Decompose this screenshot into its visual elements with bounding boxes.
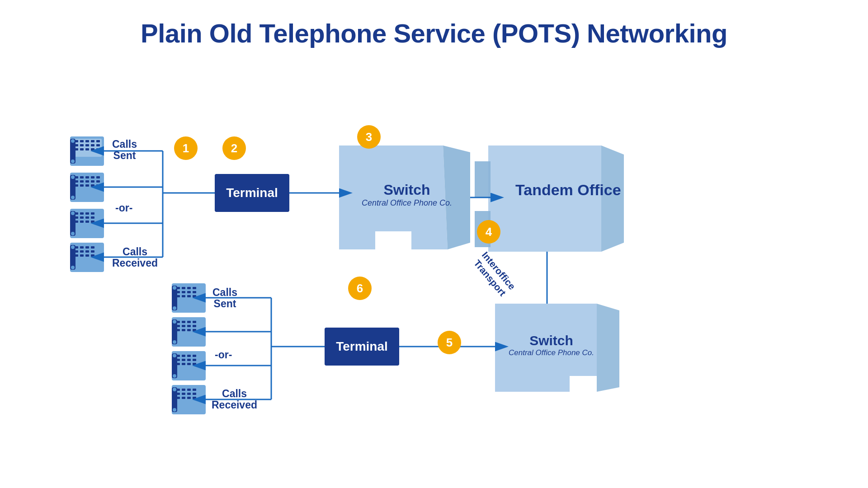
svg-rect-7: [75, 144, 78, 146]
svg-rect-1: [72, 139, 102, 157]
svg-rect-93: [187, 321, 191, 323]
svg-rect-120: [172, 387, 177, 412]
svg-rect-94: [193, 321, 196, 323]
svg-rect-26: [85, 176, 89, 178]
svg-rect-31: [85, 180, 89, 183]
svg-point-73: [173, 286, 176, 290]
svg-rect-32: [91, 180, 94, 183]
svg-rect-53: [85, 221, 89, 223]
interoffice-transport-label: InterofficeTransport: [471, 249, 518, 299]
svg-rect-114: [193, 359, 196, 361]
svg-rect-11: [96, 144, 100, 146]
svg-rect-85: [187, 295, 191, 297]
svg-rect-15: [91, 148, 94, 150]
diagram-area: 1 2 3 4 5 6 Terminal Terminal Switch Cen…: [0, 62, 868, 469]
svg-rect-143: [570, 376, 599, 394]
calls-received-top-label: CallsReceived: [112, 246, 158, 269]
svg-point-23: [71, 196, 75, 199]
svg-rect-9: [85, 144, 89, 146]
svg-rect-124: [182, 389, 185, 391]
svg-rect-65: [85, 250, 89, 253]
badge-3: 3: [357, 125, 381, 149]
terminal-1-label: Terminal: [226, 186, 278, 200]
svg-rect-72: [172, 286, 177, 310]
svg-rect-84: [182, 295, 185, 297]
svg-rect-92: [182, 321, 185, 323]
svg-rect-8: [80, 144, 84, 146]
svg-rect-3: [80, 140, 84, 142]
badge-6: 6: [348, 277, 372, 300]
svg-rect-130: [193, 393, 196, 395]
svg-rect-43: [75, 212, 78, 215]
svg-rect-39: [70, 209, 104, 238]
svg-rect-81: [187, 291, 191, 293]
calls-received-bottom-label: CallsReceived: [212, 388, 257, 411]
svg-rect-91: [176, 321, 180, 323]
svg-rect-123: [176, 389, 180, 391]
or-bottom-label: -or-: [215, 349, 232, 361]
svg-rect-131: [176, 397, 180, 399]
svg-point-105: [173, 354, 176, 357]
svg-rect-52: [80, 221, 84, 223]
svg-rect-24: [75, 176, 78, 178]
svg-rect-10: [91, 144, 94, 146]
svg-rect-34: [75, 184, 78, 187]
svg-marker-144: [597, 304, 619, 392]
svg-rect-112: [182, 359, 185, 361]
svg-rect-115: [176, 363, 180, 365]
calls-sent-bottom-label: CallsSent: [212, 287, 237, 310]
svg-rect-20: [70, 173, 104, 202]
svg-rect-62: [91, 246, 94, 249]
svg-rect-83: [176, 295, 180, 297]
svg-rect-88: [172, 319, 177, 344]
svg-rect-0: [70, 136, 104, 166]
svg-rect-40: [70, 211, 75, 236]
terminal-1-box: Terminal: [215, 174, 289, 212]
svg-rect-60: [80, 246, 84, 249]
svg-point-42: [71, 232, 75, 235]
svg-rect-2: [75, 140, 78, 142]
svg-rect-116: [182, 363, 185, 365]
svg-rect-95: [176, 325, 180, 327]
svg-point-19: [71, 160, 75, 163]
svg-rect-66: [91, 250, 94, 253]
svg-point-18: [71, 139, 75, 143]
svg-rect-35: [80, 184, 84, 187]
svg-rect-118: [193, 363, 196, 365]
svg-point-121: [173, 388, 176, 391]
svg-rect-70: [91, 254, 94, 257]
svg-rect-44: [80, 212, 84, 215]
svg-rect-78: [193, 287, 196, 289]
badge-1: 1: [174, 136, 198, 160]
tandem-office-label: Tandem Office: [515, 182, 621, 198]
svg-rect-113: [187, 359, 191, 361]
svg-rect-99: [176, 329, 180, 331]
svg-rect-107: [176, 355, 180, 357]
svg-rect-45: [85, 212, 89, 215]
svg-point-57: [71, 245, 75, 249]
svg-rect-14: [85, 148, 89, 150]
svg-rect-126: [193, 389, 196, 391]
svg-point-90: [173, 340, 176, 344]
svg-rect-59: [75, 246, 78, 249]
badge-5: 5: [438, 331, 461, 354]
switch-bottom-title: Switch: [509, 333, 594, 348]
svg-rect-46: [91, 212, 94, 215]
svg-rect-27: [91, 176, 94, 178]
svg-rect-36: [85, 184, 89, 187]
svg-rect-96: [182, 325, 185, 327]
svg-rect-5: [91, 140, 94, 142]
svg-rect-134: [193, 397, 196, 399]
svg-rect-38: [96, 184, 100, 187]
svg-point-89: [173, 320, 176, 324]
svg-rect-67: [75, 254, 78, 257]
svg-point-106: [173, 374, 176, 378]
svg-rect-6: [96, 140, 100, 142]
svg-rect-129: [187, 393, 191, 395]
calls-sent-top-label: CallsSent: [112, 139, 137, 162]
svg-rect-17: [70, 139, 75, 164]
svg-rect-48: [80, 216, 84, 219]
svg-rect-54: [91, 221, 94, 223]
switch-top-label: Switch Central Office Phone Co.: [362, 182, 452, 208]
svg-rect-56: [70, 245, 75, 270]
